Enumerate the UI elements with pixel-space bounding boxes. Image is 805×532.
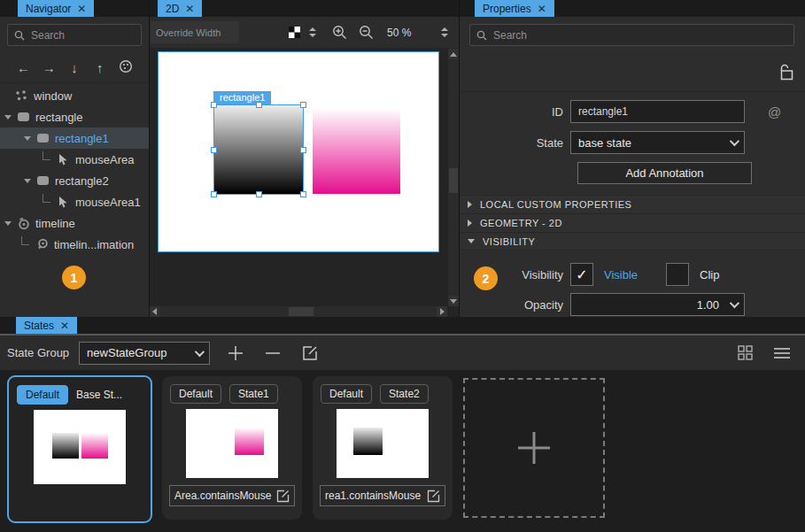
- section-geometry-2d[interactable]: GEOMETRY - 2D: [459, 213, 805, 232]
- tab-states[interactable]: States ✕: [16, 317, 77, 334]
- tab-properties[interactable]: Properties ✕: [475, 0, 554, 17]
- scroll-up-arrow[interactable]: [448, 49, 459, 59]
- close-icon[interactable]: ✕: [60, 320, 69, 331]
- scroll-right-arrow[interactable]: [437, 306, 447, 317]
- state-group-dropdown[interactable]: newStateGroup: [79, 342, 210, 365]
- id-field[interactable]: [570, 100, 745, 123]
- state-name-button[interactable]: State1: [229, 384, 278, 404]
- close-icon[interactable]: ✕: [185, 4, 194, 14]
- tree-item-timeline[interactable]: timeline: [0, 212, 149, 234]
- vertical-scrollbar[interactable]: [448, 49, 459, 306]
- canvas-rectangle1[interactable]: [213, 104, 304, 195]
- selection-handle[interactable]: [211, 147, 217, 153]
- state-card-base[interactable]: Default Base St...: [7, 375, 152, 523]
- tree-item-rectangle1[interactable]: rectangle1: [0, 127, 149, 149]
- default-state-button[interactable]: Default: [321, 384, 372, 404]
- tree-item-rectangle2[interactable]: rectangle2: [0, 170, 149, 191]
- canvas-rectangle2[interactable]: [313, 108, 400, 194]
- add-state-slot[interactable]: [463, 378, 605, 518]
- selection-handle[interactable]: [300, 191, 306, 197]
- callout-badge-1: 1: [62, 266, 86, 289]
- grid-view-icon[interactable]: [733, 342, 756, 365]
- state-group-value: newStateGroup: [87, 346, 166, 359]
- when-condition-field[interactable]: rea1.containsMouse: [320, 485, 445, 506]
- horizontal-scrollbar[interactable]: [149, 306, 447, 317]
- scroll-left-arrow[interactable]: [149, 306, 159, 317]
- add-annotation-button[interactable]: Add Annotation: [577, 162, 752, 184]
- opacity-field[interactable]: 1.00: [570, 293, 745, 316]
- tree-item-rectangle[interactable]: rectangle: [0, 106, 149, 127]
- add-state-group-button[interactable]: [224, 342, 247, 365]
- lock-open-icon[interactable]: [779, 64, 793, 81]
- expander-icon[interactable]: [4, 115, 12, 120]
- checkerboard-icon[interactable]: [289, 27, 300, 38]
- visible-checkbox[interactable]: ✓: [570, 263, 593, 286]
- opacity-label: Opacity: [459, 298, 570, 312]
- timeline-icon: [16, 217, 30, 230]
- tab-navigator[interactable]: Navigator ✕: [18, 0, 94, 17]
- selection-handle[interactable]: [300, 102, 306, 108]
- close-icon[interactable]: ✕: [77, 4, 86, 14]
- state-thumbnail[interactable]: [34, 410, 126, 484]
- tree-item-mousearea1[interactable]: mouseArea1: [0, 191, 149, 212]
- expander-icon[interactable]: [4, 221, 12, 226]
- background-stepper-icon[interactable]: [309, 27, 316, 37]
- chevron-down-icon: [730, 298, 739, 308]
- list-view-icon[interactable]: [770, 342, 793, 365]
- horizontal-scroll-thumb[interactable]: [289, 307, 313, 316]
- navigator-search[interactable]: [7, 24, 142, 46]
- when-condition-field[interactable]: Area.containsMouse: [169, 485, 295, 506]
- rename-state-group-button[interactable]: [298, 342, 321, 365]
- selection-handle[interactable]: [211, 191, 217, 197]
- close-icon[interactable]: ✕: [538, 4, 546, 14]
- zoom-out-icon[interactable]: [359, 25, 374, 40]
- remove-state-group-button[interactable]: [261, 342, 284, 365]
- state-thumbnail[interactable]: [186, 409, 278, 478]
- section-local-custom-properties[interactable]: LOCAL CUSTOM PROPERTIES: [459, 195, 805, 213]
- view-2d-panel: 2D ✕ 50 % rectangle1: [149, 0, 459, 317]
- tree-item-mousearea[interactable]: mouseArea: [0, 149, 149, 170]
- move-down-icon[interactable]: ↓: [62, 60, 88, 75]
- navigator-search-row: [0, 17, 149, 53]
- state-dropdown[interactable]: base state: [570, 131, 745, 154]
- edit-icon[interactable]: [276, 490, 290, 503]
- tab-2d[interactable]: 2D ✕: [158, 0, 202, 17]
- canvas-2d[interactable]: rectangle1: [149, 49, 459, 317]
- arrow-left-icon[interactable]: ←: [11, 60, 36, 75]
- selection-handle[interactable]: [256, 102, 262, 108]
- tab-2d-label: 2D: [166, 3, 179, 15]
- vertical-scroll-thumb[interactable]: [449, 168, 458, 193]
- scroll-down-arrow[interactable]: [448, 296, 459, 306]
- zoom-in-icon[interactable]: [332, 25, 347, 40]
- default-state-button[interactable]: Default: [17, 385, 68, 405]
- expander-icon[interactable]: [24, 179, 31, 183]
- at-icon[interactable]: @: [768, 104, 781, 120]
- selection-handle[interactable]: [300, 147, 306, 153]
- clip-checkbox[interactable]: [666, 263, 689, 286]
- state-name-button[interactable]: State2: [380, 384, 429, 404]
- properties-search-input[interactable]: [493, 29, 787, 42]
- tree-item-label: mouseArea1: [75, 196, 141, 209]
- state-card-state1[interactable]: Default State1 Area.containsMouse: [162, 376, 302, 520]
- arrow-right-icon[interactable]: →: [36, 60, 62, 75]
- zoom-stepper-icon[interactable]: [441, 27, 448, 37]
- state-card-state2[interactable]: Default State2 rea1.containsMouse: [313, 376, 453, 520]
- section-visibility[interactable]: VISIBILITY: [459, 232, 805, 251]
- tree-item-window[interactable]: window: [0, 85, 149, 106]
- override-width-input[interactable]: [151, 21, 239, 43]
- expander-icon[interactable]: [24, 136, 31, 141]
- properties-search[interactable]: [469, 24, 794, 46]
- navigator-search-input[interactable]: [31, 29, 135, 42]
- artboard[interactable]: rectangle1: [158, 51, 439, 252]
- palette-icon[interactable]: [112, 59, 138, 76]
- tree-item-timeline-animation[interactable]: timelin...imation: [0, 234, 149, 255]
- move-up-icon[interactable]: ↑: [87, 60, 112, 75]
- state-thumbnail[interactable]: [337, 409, 429, 478]
- selection-handle[interactable]: [256, 191, 262, 197]
- default-state-button[interactable]: Default: [170, 384, 221, 404]
- state-name[interactable]: Base St...: [76, 389, 122, 401]
- state-card-header: Default State2: [313, 376, 453, 404]
- id-input[interactable]: [578, 105, 737, 118]
- edit-icon[interactable]: [427, 490, 440, 503]
- selection-handle[interactable]: [211, 102, 217, 108]
